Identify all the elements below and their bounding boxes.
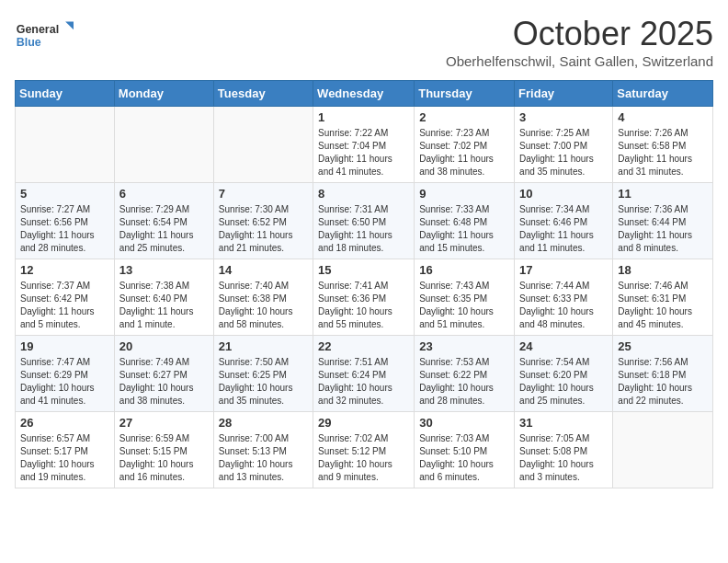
calendar-cell xyxy=(114,107,213,183)
week-row-1: 1Sunrise: 7:22 AM Sunset: 7:04 PM Daylig… xyxy=(16,107,713,183)
calendar-cell: 11Sunrise: 7:36 AM Sunset: 6:44 PM Dayli… xyxy=(613,183,713,259)
calendar-cell: 9Sunrise: 7:33 AM Sunset: 6:48 PM Daylig… xyxy=(415,183,515,259)
day-info: Sunrise: 7:03 AM Sunset: 5:10 PM Dayligh… xyxy=(419,432,509,484)
day-number: 3 xyxy=(519,110,608,124)
day-info: Sunrise: 6:57 AM Sunset: 5:17 PM Dayligh… xyxy=(20,432,109,484)
day-info: Sunrise: 7:44 AM Sunset: 6:33 PM Dayligh… xyxy=(519,280,608,331)
weekday-header-monday: Monday xyxy=(114,81,213,107)
calendar-cell: 2Sunrise: 7:23 AM Sunset: 7:02 PM Daylig… xyxy=(415,107,515,183)
day-number: 24 xyxy=(519,339,608,353)
day-info: Sunrise: 7:49 AM Sunset: 6:27 PM Dayligh… xyxy=(119,356,209,408)
calendar-cell: 5Sunrise: 7:27 AM Sunset: 6:56 PM Daylig… xyxy=(16,183,115,259)
day-number: 29 xyxy=(318,416,409,430)
page-header: General Blue October 2025 Oberhelfenschw… xyxy=(15,15,713,69)
calendar-cell: 18Sunrise: 7:46 AM Sunset: 6:31 PM Dayli… xyxy=(613,259,713,336)
day-number: 2 xyxy=(419,110,509,124)
day-number: 8 xyxy=(318,187,409,201)
day-number: 28 xyxy=(219,416,308,430)
calendar-cell: 24Sunrise: 7:54 AM Sunset: 6:20 PM Dayli… xyxy=(515,336,613,412)
calendar-cell: 17Sunrise: 7:44 AM Sunset: 6:33 PM Dayli… xyxy=(515,259,613,336)
day-info: Sunrise: 7:54 AM Sunset: 6:20 PM Dayligh… xyxy=(519,356,608,408)
day-info: Sunrise: 7:02 AM Sunset: 5:12 PM Dayligh… xyxy=(318,432,409,484)
day-number: 19 xyxy=(20,339,109,353)
weekday-header-row: SundayMondayTuesdayWednesdayThursdayFrid… xyxy=(16,81,713,107)
day-info: Sunrise: 7:26 AM Sunset: 6:58 PM Dayligh… xyxy=(618,127,708,178)
calendar-cell: 28Sunrise: 7:00 AM Sunset: 5:13 PM Dayli… xyxy=(213,412,313,488)
calendar-cell xyxy=(213,107,313,183)
calendar-cell: 4Sunrise: 7:26 AM Sunset: 6:58 PM Daylig… xyxy=(613,107,713,183)
weekday-header-wednesday: Wednesday xyxy=(313,81,415,107)
day-info: Sunrise: 7:38 AM Sunset: 6:40 PM Dayligh… xyxy=(119,280,209,331)
day-number: 11 xyxy=(618,187,708,201)
day-number: 16 xyxy=(419,263,509,277)
day-info: Sunrise: 7:25 AM Sunset: 7:00 PM Dayligh… xyxy=(519,127,608,178)
day-info: Sunrise: 7:41 AM Sunset: 6:36 PM Dayligh… xyxy=(318,280,409,331)
calendar-cell: 7Sunrise: 7:30 AM Sunset: 6:52 PM Daylig… xyxy=(213,183,313,259)
calendar-cell: 3Sunrise: 7:25 AM Sunset: 7:00 PM Daylig… xyxy=(515,107,613,183)
location: Oberhelfenschwil, Saint Gallen, Switzerl… xyxy=(446,53,713,69)
day-number: 21 xyxy=(219,339,308,353)
day-number: 5 xyxy=(20,187,109,201)
day-number: 17 xyxy=(519,263,608,277)
calendar-cell: 14Sunrise: 7:40 AM Sunset: 6:38 PM Dayli… xyxy=(213,259,313,336)
svg-text:Blue: Blue xyxy=(17,36,41,49)
day-info: Sunrise: 7:29 AM Sunset: 6:54 PM Dayligh… xyxy=(119,203,209,255)
day-number: 7 xyxy=(219,187,308,201)
weekday-header-thursday: Thursday xyxy=(415,81,515,107)
calendar-cell: 6Sunrise: 7:29 AM Sunset: 6:54 PM Daylig… xyxy=(114,183,213,259)
day-number: 14 xyxy=(219,263,308,277)
day-number: 26 xyxy=(20,416,109,430)
day-number: 22 xyxy=(318,339,409,353)
calendar-table: SundayMondayTuesdayWednesdayThursdayFrid… xyxy=(15,80,713,488)
calendar-cell: 13Sunrise: 7:38 AM Sunset: 6:40 PM Dayli… xyxy=(114,259,213,336)
day-number: 30 xyxy=(419,416,509,430)
calendar-cell: 8Sunrise: 7:31 AM Sunset: 6:50 PM Daylig… xyxy=(313,183,415,259)
day-number: 1 xyxy=(318,110,409,124)
day-number: 6 xyxy=(119,187,209,201)
day-info: Sunrise: 7:00 AM Sunset: 5:13 PM Dayligh… xyxy=(219,432,308,484)
day-number: 15 xyxy=(318,263,409,277)
month-title: October 2025 xyxy=(446,15,713,53)
day-info: Sunrise: 7:33 AM Sunset: 6:48 PM Dayligh… xyxy=(419,203,509,255)
weekday-header-friday: Friday xyxy=(515,81,613,107)
calendar-cell: 30Sunrise: 7:03 AM Sunset: 5:10 PM Dayli… xyxy=(415,412,515,488)
day-info: Sunrise: 7:36 AM Sunset: 6:44 PM Dayligh… xyxy=(618,203,708,255)
day-info: Sunrise: 7:50 AM Sunset: 6:25 PM Dayligh… xyxy=(219,356,308,408)
svg-marker-1 xyxy=(65,21,74,29)
day-number: 18 xyxy=(618,263,708,277)
day-info: Sunrise: 7:51 AM Sunset: 6:24 PM Dayligh… xyxy=(318,356,409,408)
calendar-cell: 21Sunrise: 7:50 AM Sunset: 6:25 PM Dayli… xyxy=(213,336,313,412)
day-info: Sunrise: 7:37 AM Sunset: 6:42 PM Dayligh… xyxy=(20,280,109,331)
calendar-cell xyxy=(613,412,713,488)
day-number: 10 xyxy=(519,187,608,201)
day-info: Sunrise: 6:59 AM Sunset: 5:15 PM Dayligh… xyxy=(119,432,209,484)
logo-svg: General Blue xyxy=(15,15,88,56)
calendar-cell xyxy=(16,107,115,183)
day-info: Sunrise: 7:05 AM Sunset: 5:08 PM Dayligh… xyxy=(519,432,608,484)
day-info: Sunrise: 7:53 AM Sunset: 6:22 PM Dayligh… xyxy=(419,356,509,408)
calendar-cell: 16Sunrise: 7:43 AM Sunset: 6:35 PM Dayli… xyxy=(415,259,515,336)
day-number: 4 xyxy=(618,110,708,124)
day-number: 13 xyxy=(119,263,209,277)
week-row-5: 26Sunrise: 6:57 AM Sunset: 5:17 PM Dayli… xyxy=(16,412,713,488)
weekday-header-tuesday: Tuesday xyxy=(213,81,313,107)
day-info: Sunrise: 7:40 AM Sunset: 6:38 PM Dayligh… xyxy=(219,280,308,331)
calendar-cell: 1Sunrise: 7:22 AM Sunset: 7:04 PM Daylig… xyxy=(313,107,415,183)
calendar-cell: 15Sunrise: 7:41 AM Sunset: 6:36 PM Dayli… xyxy=(313,259,415,336)
calendar-cell: 12Sunrise: 7:37 AM Sunset: 6:42 PM Dayli… xyxy=(16,259,115,336)
weekday-header-sunday: Sunday xyxy=(16,81,115,107)
day-info: Sunrise: 7:43 AM Sunset: 6:35 PM Dayligh… xyxy=(419,280,509,331)
day-number: 9 xyxy=(419,187,509,201)
title-block: October 2025 Oberhelfenschwil, Saint Gal… xyxy=(446,15,713,69)
day-number: 25 xyxy=(618,339,708,353)
day-number: 23 xyxy=(419,339,509,353)
day-number: 27 xyxy=(119,416,209,430)
calendar-cell: 27Sunrise: 6:59 AM Sunset: 5:15 PM Dayli… xyxy=(114,412,213,488)
day-number: 20 xyxy=(119,339,209,353)
calendar-cell: 10Sunrise: 7:34 AM Sunset: 6:46 PM Dayli… xyxy=(515,183,613,259)
calendar-cell: 29Sunrise: 7:02 AM Sunset: 5:12 PM Dayli… xyxy=(313,412,415,488)
calendar-cell: 31Sunrise: 7:05 AM Sunset: 5:08 PM Dayli… xyxy=(515,412,613,488)
day-info: Sunrise: 7:30 AM Sunset: 6:52 PM Dayligh… xyxy=(219,203,308,255)
day-number: 31 xyxy=(519,416,608,430)
calendar-cell: 26Sunrise: 6:57 AM Sunset: 5:17 PM Dayli… xyxy=(16,412,115,488)
